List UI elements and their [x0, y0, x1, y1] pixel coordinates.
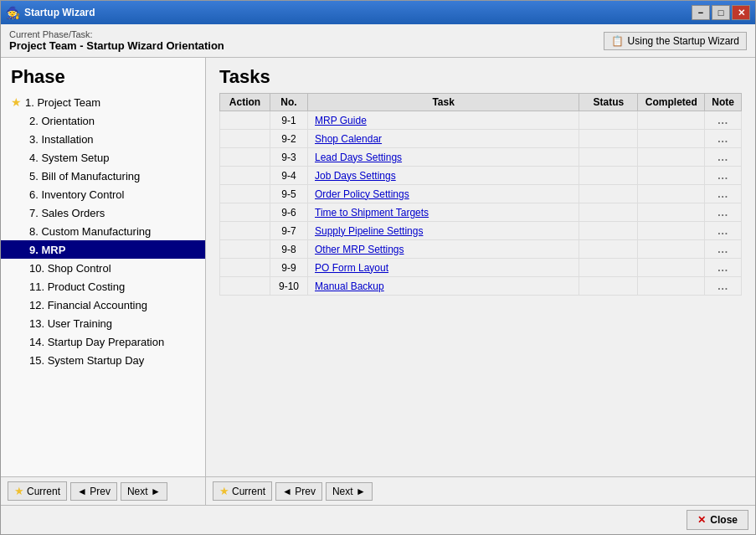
task-current-star-icon: ★	[219, 485, 229, 497]
task-note-2[interactable]: ...	[705, 148, 742, 167]
phase-heading: Phase	[1, 58, 205, 93]
phase-item-8[interactable]: 8. Custom Manufacturing	[1, 222, 205, 240]
task-action-8	[220, 259, 270, 277]
note-dots-4[interactable]: ...	[717, 188, 728, 200]
phase-star-icon-1: ★	[11, 95, 22, 109]
phase-item-2[interactable]: 2. Orientation	[1, 111, 205, 130]
task-status-2	[579, 148, 638, 167]
task-link-3[interactable]: Job Days Settings	[315, 170, 396, 182]
phase-prev-button[interactable]: ◄ Prev	[70, 482, 117, 501]
header-bar: Current Phase/Task: Project Team - Start…	[1, 24, 755, 58]
task-note-4[interactable]: ...	[705, 185, 742, 203]
title-bar-left: 🧙 Startup Wizard	[6, 6, 95, 19]
note-dots-2[interactable]: ...	[717, 152, 728, 163]
title-close-button[interactable]: ✕	[732, 5, 750, 20]
phase-item-label-12: 12. Financial Accounting	[29, 299, 147, 311]
phase-nav-bar: ★ Current ◄ Prev Next ►	[1, 477, 206, 505]
task-note-1[interactable]: ...	[705, 130, 742, 148]
task-link-0[interactable]: MRP Guide	[315, 115, 367, 126]
phase-next-button[interactable]: Next ►	[121, 482, 167, 501]
phase-star-icon-10	[11, 261, 26, 275]
phase-item-label-2: 2. Orientation	[29, 115, 95, 127]
task-status-6	[579, 222, 638, 240]
tasks-heading: Tasks	[206, 58, 755, 93]
phase-item-7[interactable]: 7. Sales Orders	[1, 203, 205, 222]
phase-item-9[interactable]: 9. MRP	[1, 240, 205, 259]
task-note-5[interactable]: ...	[705, 203, 742, 222]
phase-item-label-14: 14. Startup Day Preparation	[29, 336, 164, 348]
phase-item-6[interactable]: 6. Inventory Control	[1, 185, 205, 203]
help-button[interactable]: 📋 Using the Startup Wizard	[604, 32, 747, 50]
phase-item-12[interactable]: 12. Financial Accounting	[1, 296, 205, 314]
table-row: 9-5Order Policy Settings...	[220, 185, 742, 203]
task-note-8[interactable]: ...	[705, 259, 742, 277]
note-dots-1[interactable]: ...	[717, 133, 728, 145]
task-prev-button[interactable]: ◄ Prev	[275, 482, 322, 501]
task-note-9[interactable]: ...	[705, 277, 742, 296]
phase-item-14[interactable]: 14. Startup Day Preparation	[1, 332, 205, 351]
phase-item-label-7: 7. Sales Orders	[29, 207, 105, 219]
phase-current-button[interactable]: ★ Current	[8, 481, 67, 501]
task-action-2	[220, 148, 270, 167]
phase-item-11[interactable]: 11. Product Costing	[1, 277, 205, 296]
task-note-0[interactable]: ...	[705, 111, 742, 130]
task-completed-1	[638, 130, 705, 148]
task-action-4	[220, 185, 270, 203]
task-cell-6: Supply Pipeline Settings	[308, 222, 579, 240]
phase-item-5[interactable]: 5. Bill of Manufacturing	[1, 167, 205, 185]
task-completed-0	[638, 111, 705, 130]
phase-item-13[interactable]: 13. User Training	[1, 314, 205, 332]
task-status-0	[579, 111, 638, 130]
phase-item-10[interactable]: 10. Shop Control	[1, 259, 205, 277]
note-dots-0[interactable]: ...	[717, 115, 728, 126]
note-dots-8[interactable]: ...	[717, 262, 728, 274]
phase-star-icon-7	[11, 206, 26, 219]
task-link-6[interactable]: Supply Pipeline Settings	[315, 225, 423, 237]
task-link-1[interactable]: Shop Calendar	[315, 133, 382, 145]
task-no-3: 9-4	[270, 167, 308, 185]
task-next-button[interactable]: Next ►	[326, 482, 373, 501]
task-link-9[interactable]: Manual Backup	[315, 280, 384, 292]
phase-item-label-13: 13. User Training	[29, 317, 112, 330]
task-link-8[interactable]: PO Form Layout	[315, 262, 388, 274]
task-note-6[interactable]: ...	[705, 222, 742, 240]
task-link-2[interactable]: Lead Days Settings	[315, 152, 402, 163]
phase-item-4[interactable]: 4. System Setup	[1, 148, 205, 167]
task-no-1: 9-2	[270, 130, 308, 148]
note-dots-3[interactable]: ...	[717, 170, 728, 182]
phase-item-3[interactable]: 3. Installation	[1, 130, 205, 148]
help-icon: 📋	[611, 35, 624, 47]
col-header-no: No.	[270, 94, 308, 111]
phase-item-15[interactable]: 15. System Startup Day	[1, 351, 205, 369]
task-completed-2	[638, 148, 705, 167]
note-dots-7[interactable]: ...	[717, 244, 728, 255]
task-status-9	[579, 277, 638, 296]
task-link-5[interactable]: Time to Shipment Targets	[315, 207, 429, 219]
col-header-note: Note	[705, 94, 742, 111]
table-row: 9-4Job Days Settings...	[220, 167, 742, 185]
task-current-button[interactable]: ★ Current	[213, 481, 272, 501]
phase-item-label-4: 4. System Setup	[29, 152, 109, 164]
current-phase-value: Project Team - Startup Wizard Orientatio…	[9, 39, 224, 52]
minimize-button[interactable]: −	[692, 5, 710, 20]
note-dots-6[interactable]: ...	[717, 225, 728, 237]
bottom-nav-bars: ★ Current ◄ Prev Next ► ★ Current ◄ Prev	[1, 477, 755, 506]
title-bar: 🧙 Startup Wizard − □ ✕	[1, 1, 755, 24]
close-button[interactable]: ✕ Close	[687, 510, 748, 530]
table-row: 9-8Other MRP Settings...	[220, 240, 742, 259]
task-link-4[interactable]: Order Policy Settings	[315, 188, 409, 200]
task-note-3[interactable]: ...	[705, 167, 742, 185]
task-current-label: Current	[232, 486, 265, 497]
phase-star-icon-6	[11, 188, 26, 201]
task-completed-6	[638, 222, 705, 240]
task-status-8	[579, 259, 638, 277]
header-info: Current Phase/Task: Project Team - Start…	[9, 29, 224, 52]
task-completed-4	[638, 185, 705, 203]
note-dots-5[interactable]: ...	[717, 207, 728, 219]
phase-item-1[interactable]: ★1. Project Team	[1, 93, 205, 111]
note-dots-9[interactable]: ...	[717, 280, 728, 292]
tasks-panel: Tasks Action No. Task Status Completed N…	[206, 58, 755, 476]
task-link-7[interactable]: Other MRP Settings	[315, 244, 404, 255]
task-note-7[interactable]: ...	[705, 240, 742, 259]
maximize-button[interactable]: □	[712, 5, 730, 20]
